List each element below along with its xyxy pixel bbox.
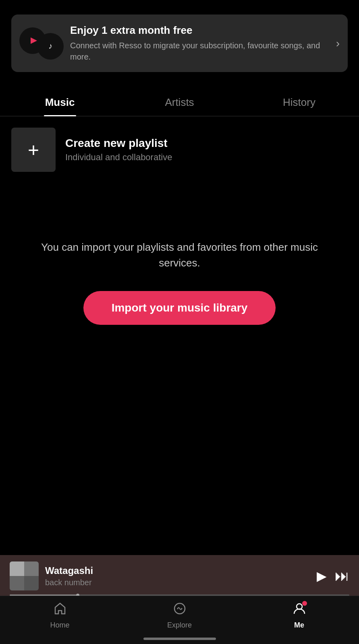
resso-icon [25, 33, 40, 48]
svg-point-6 [181, 608, 182, 609]
nav-home[interactable]: Home [0, 602, 120, 630]
nav-home-label: Home [50, 621, 69, 630]
nav-me-label: Me [294, 621, 304, 630]
resso-icon-bg [19, 27, 46, 54]
tab-music[interactable]: Music [0, 88, 120, 116]
promo-title: Enjoy 1 extra month free [70, 24, 330, 37]
create-playlist-subtitle: Individual and collaborative [65, 152, 172, 163]
notification-dot [302, 601, 307, 606]
nav-explore[interactable]: Explore [120, 602, 239, 630]
create-playlist-item[interactable]: + Create new playlist Individual and col… [0, 116, 359, 183]
now-playing-info: Watagashi back number [45, 565, 310, 587]
now-playing-inner: Watagashi back number ▶ ⏭ [10, 561, 349, 590]
tab-history[interactable]: History [239, 88, 359, 116]
home-indicator [143, 638, 216, 640]
now-playing-controls: ▶ ⏭ [317, 568, 349, 584]
explore-icon [173, 602, 187, 619]
promo-text: Enjoy 1 extra month free Connect with Re… [70, 24, 330, 62]
create-playlist-text: Create new playlist Individual and colla… [65, 137, 172, 163]
tab-artists[interactable]: Artists [120, 88, 239, 116]
promo-desc: Connect with Resso to migrate your subsc… [70, 40, 330, 62]
nav-me[interactable]: Me [239, 602, 359, 630]
create-playlist-title: Create new playlist [65, 137, 172, 150]
promo-icons: ♪ [19, 27, 64, 60]
now-playing-thumbnail [10, 561, 39, 590]
now-playing-bar[interactable]: Watagashi back number ▶ ⏭ [0, 555, 359, 601]
promo-banner[interactable]: ♪ Enjoy 1 extra month free Connect with … [11, 14, 348, 72]
svg-point-5 [177, 608, 178, 609]
skip-button[interactable]: ⏭ [335, 568, 349, 584]
play-button[interactable]: ▶ [317, 568, 327, 584]
now-playing-title: Watagashi [45, 565, 310, 576]
import-library-button[interactable]: Import your music library [83, 291, 276, 325]
import-description: You can import your playlists and favori… [24, 239, 335, 271]
home-icon [53, 602, 67, 619]
nav-explore-label: Explore [167, 621, 192, 630]
svg-text:♪: ♪ [48, 41, 52, 50]
me-icon [293, 602, 306, 619]
now-playing-artist: back number [45, 578, 310, 587]
bottom-nav: Home Explore Me [0, 596, 359, 644]
create-playlist-icon: + [11, 128, 56, 172]
promo-chevron-icon: › [336, 37, 340, 50]
tabs-container: Music Artists History [0, 88, 359, 116]
import-section: You can import your playlists and favori… [0, 207, 359, 349]
